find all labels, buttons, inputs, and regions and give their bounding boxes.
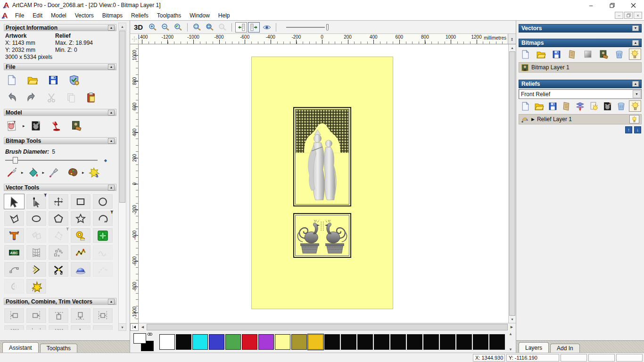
palette-swatch[interactable] xyxy=(324,334,340,350)
transfer-relief-layer-icon[interactable] xyxy=(574,100,586,112)
add-relief-texture-icon[interactable] xyxy=(69,119,83,132)
assistant-scrollbar[interactable]: ▲ ▼ xyxy=(118,23,126,331)
model-properties-icon[interactable] xyxy=(67,74,81,87)
scrollbar-thumb[interactable] xyxy=(119,31,125,203)
pick-colour-icon[interactable] xyxy=(47,166,61,179)
save-bitmap-layer-icon[interactable] xyxy=(551,49,563,60)
zoom-in-icon[interactable] xyxy=(147,22,158,33)
save-relief-layer-icon[interactable] xyxy=(546,100,559,112)
trim-vectors-icon[interactable] xyxy=(48,262,69,277)
collapse-section-button[interactable]: ▲ xyxy=(108,110,115,115)
model-artwork-sheet[interactable] xyxy=(251,57,393,309)
open-bitmap-layer-icon[interactable] xyxy=(535,49,547,60)
paste-along-curve-icon[interactable] xyxy=(70,325,91,330)
flyout-arrow-icon[interactable]: ▸ xyxy=(42,170,45,175)
open-relief-layer-icon[interactable] xyxy=(533,100,545,112)
restore-button[interactable] xyxy=(602,0,623,10)
close-button[interactable] xyxy=(623,0,644,10)
new-model-icon[interactable] xyxy=(5,74,19,87)
vector-doctor-icon[interactable] xyxy=(26,279,47,294)
create-star-icon[interactable] xyxy=(70,211,91,226)
toggle-relief-visibility-icon[interactable] xyxy=(629,100,641,112)
model-lighting-icon[interactable] xyxy=(49,119,63,132)
menu-item-toolpaths[interactable]: Toolpaths xyxy=(153,11,185,20)
scroll-up-icon[interactable]: ▲ xyxy=(509,332,512,336)
text-on-curve-icon[interactable]: ABC xyxy=(4,245,25,260)
menu-item-bitmaps[interactable]: Bitmaps xyxy=(98,11,127,20)
scroll-down-icon[interactable]: ▼ xyxy=(119,323,126,330)
collapse-section-button[interactable]: ▲ xyxy=(108,64,115,70)
brush-diameter-slider[interactable]: ◆ xyxy=(5,156,98,164)
menu-item-model[interactable]: Model xyxy=(47,11,71,20)
palette-swatch[interactable] xyxy=(291,334,307,350)
slider-handle[interactable] xyxy=(326,24,329,31)
relief-lighting-icon[interactable] xyxy=(588,100,600,112)
expand-section-button[interactable]: ▼ xyxy=(632,25,639,31)
scroll-up-icon[interactable]: ▲ xyxy=(119,23,126,30)
relief-selector-dropdown[interactable]: Front Relief ▼ xyxy=(519,89,642,99)
create-text-icon[interactable] xyxy=(4,228,25,243)
collapse-section-button[interactable]: ▲ xyxy=(108,25,115,31)
preview-relief-icon[interactable] xyxy=(261,22,272,33)
menu-item-help[interactable]: Help xyxy=(214,11,234,20)
dropdown-arrow-icon[interactable]: ▼ xyxy=(633,90,641,98)
menu-item-vectors[interactable]: Vectors xyxy=(71,11,98,20)
align-left-icon[interactable] xyxy=(4,308,25,323)
collapse-section-button[interactable]: ▲ xyxy=(108,138,115,144)
fit-arcs-icon[interactable] xyxy=(70,245,91,260)
tab-assistant[interactable]: Assistant xyxy=(2,342,39,353)
scrollbar-thumb[interactable] xyxy=(509,51,515,316)
centre-vertically-icon[interactable] xyxy=(4,325,25,330)
primary-secondary-colour-selector[interactable] xyxy=(133,332,157,352)
pan-mode-button[interactable] xyxy=(130,323,139,331)
create-ellipse-icon[interactable] xyxy=(26,211,47,226)
palette-swatch[interactable] xyxy=(423,334,439,350)
tab-toolpaths[interactable]: Toolpaths xyxy=(40,344,77,353)
scroll-up-icon[interactable]: ▲ xyxy=(509,44,516,51)
minimize-button[interactable]: – xyxy=(580,0,602,10)
create-circle-icon[interactable] xyxy=(92,194,113,209)
palette-swatch[interactable] xyxy=(242,334,257,350)
envelope-distortion-icon[interactable] xyxy=(26,245,47,260)
peacocks-relief-frame[interactable] xyxy=(293,213,351,258)
primary-colour-swatch[interactable] xyxy=(133,333,146,344)
menu-item-window[interactable]: Window xyxy=(185,11,214,20)
collapse-section-button[interactable]: ▲ xyxy=(108,185,115,190)
create-arc-icon[interactable]: Ŧ xyxy=(92,211,113,226)
palette-swatch[interactable] xyxy=(473,334,488,350)
zoom-previous-icon[interactable] xyxy=(172,22,184,33)
move-layer-down-button[interactable]: ↓ xyxy=(634,126,641,133)
flyout-arrow-icon[interactable]: ▸ xyxy=(21,170,24,175)
delete-relief-layer-icon[interactable] xyxy=(615,100,627,112)
canvas-vertical-scrollbar[interactable]: ▲ ▼ xyxy=(508,44,516,323)
palette-swatch[interactable] xyxy=(357,334,373,350)
toggle-3d-view-button[interactable]: 3D xyxy=(134,23,146,31)
new-relief-layer-icon[interactable] xyxy=(519,100,531,112)
palette-swatch[interactable] xyxy=(440,334,455,350)
next-bitmap-layer-icon[interactable] xyxy=(248,22,260,33)
nesting-icon[interactable]: Nes xyxy=(92,325,113,330)
block-copy-rotate-icon[interactable] xyxy=(48,325,69,330)
scroll-right-icon[interactable]: ▶ xyxy=(508,323,516,331)
radha-krishna-relief-frame[interactable] xyxy=(293,107,351,206)
select-vectors-icon[interactable] xyxy=(4,194,25,209)
merge-bitmap-layers-icon[interactable] xyxy=(566,49,578,60)
menu-item-edit[interactable]: Edit xyxy=(28,11,47,20)
greyscale-bitmap-icon[interactable] xyxy=(582,49,594,60)
flood-fill-icon[interactable] xyxy=(26,166,40,179)
node-editing-icon[interactable]: Ŧ xyxy=(26,194,47,209)
canvas-2d-view[interactable] xyxy=(139,44,508,323)
set-model-size-icon[interactable]: T xyxy=(5,119,19,132)
palette-swatch[interactable] xyxy=(341,334,356,350)
canvas-horizontal-scrollbar[interactable]: ◀ ▶ xyxy=(130,323,516,331)
slider-handle[interactable] xyxy=(13,157,18,164)
colour-palette-icon[interactable] xyxy=(66,166,80,179)
redo-icon[interactable] xyxy=(25,91,39,104)
delete-bitmap-layer-icon[interactable] xyxy=(613,49,626,60)
align-centres-icon[interactable] xyxy=(26,325,47,330)
expand-layer-icon[interactable]: ▶ xyxy=(531,117,535,122)
greyscale-from-relief-icon[interactable]: T xyxy=(602,100,614,112)
palette-swatch[interactable] xyxy=(275,334,290,350)
dimensions-icon[interactable] xyxy=(70,228,91,243)
palette-swatch[interactable] xyxy=(258,334,274,350)
